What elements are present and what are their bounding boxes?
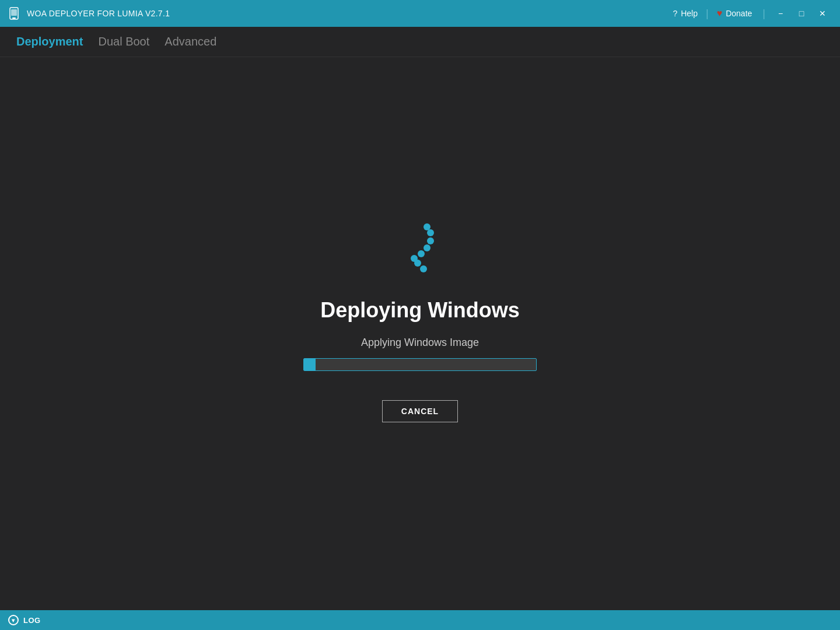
loading-spinner [397,216,443,275]
deploy-title: Deploying Windows [320,298,520,323]
app-icon [7,6,21,20]
log-chevron-icon: ▾ [8,615,19,625]
titlebar-controls: ? Help | ♥ Donate | − □ ✕ [667,0,833,27]
maximize-button[interactable]: □ [791,0,812,27]
progress-bar [303,358,537,371]
heart-icon: ♥ [717,8,723,19]
spinner-dot-7 [414,260,421,267]
progress-fill [304,359,316,370]
donate-button[interactable]: ♥ Donate [711,8,758,19]
minimize-icon: − [778,9,783,18]
log-toggle[interactable]: ▾ LOG [8,615,41,625]
svg-rect-2 [11,9,17,16]
separator-2: | [758,8,770,20]
cancel-button[interactable]: CANCEL [382,400,458,422]
log-label: LOG [23,616,41,625]
spinner-dot-8 [420,265,427,272]
tab-dualboot[interactable]: Dual Boot [98,30,159,53]
spinner-dot-5 [418,250,425,257]
help-button[interactable]: ? Help [667,9,704,18]
spinner-dot-2 [427,229,434,236]
maximize-icon: □ [799,9,804,18]
tab-advanced[interactable]: Advanced [164,30,226,53]
spinner-dot-3 [427,237,434,244]
statusbar: ▾ LOG [0,610,840,630]
separator-1: | [704,8,711,20]
close-icon: ✕ [819,9,826,18]
donate-label: Donate [726,9,752,18]
help-icon: ? [673,9,677,18]
spinner-dot-4 [424,244,430,251]
navbar: Deployment Dual Boot Advanced [0,27,840,57]
close-button[interactable]: ✕ [812,0,833,27]
main-content: Deploying Windows Applying Windows Image… [0,57,840,610]
titlebar: WOA DEPLOYER FOR LUMIA V2.7.1 ? Help | ♥… [0,0,840,27]
svg-rect-1 [12,18,16,19]
deploy-status: Applying Windows Image [361,337,479,349]
help-label: Help [681,9,698,18]
tab-deployment[interactable]: Deployment [16,30,92,53]
app-title: WOA DEPLOYER FOR LUMIA V2.7.1 [27,9,667,18]
minimize-button[interactable]: − [770,0,791,27]
